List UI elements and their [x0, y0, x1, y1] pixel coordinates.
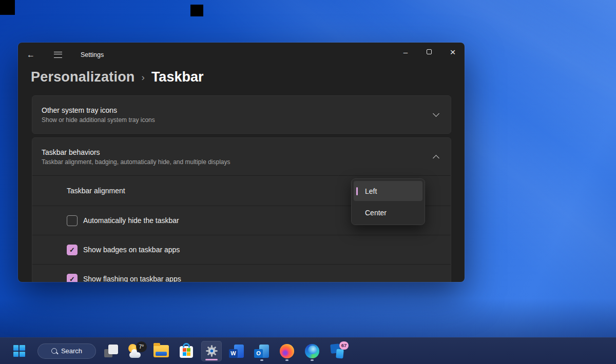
close-button[interactable]: ×	[441, 43, 465, 61]
breadcrumb-separator: ›	[142, 72, 145, 83]
active-app-indicator	[205, 359, 218, 360]
maximize-icon	[427, 49, 432, 54]
navigation-menu-icon[interactable]	[54, 52, 62, 58]
titlebar: ← Settings – ×	[18, 43, 465, 67]
minimize-icon: –	[403, 48, 408, 56]
edge-icon	[305, 344, 319, 358]
running-app-indicator	[285, 359, 288, 361]
cloud-icon	[129, 352, 141, 358]
show-badges-label: Show badges on taskbar apps	[83, 246, 180, 254]
maximize-button[interactable]	[417, 43, 441, 61]
window-title: Settings	[81, 51, 104, 58]
running-app-indicator	[260, 359, 263, 361]
firefox-button[interactable]	[277, 341, 297, 361]
file-explorer-button[interactable]	[151, 341, 171, 361]
check-icon: ✓	[69, 275, 75, 282]
show-flashing-checkbox[interactable]: ✓	[67, 274, 78, 282]
notification-count-badge: 67	[339, 341, 349, 350]
taskbar-search[interactable]: Search	[37, 343, 96, 359]
show-flashing-row: ✓ Show flashing on taskbar apps	[32, 264, 451, 282]
edge-button[interactable]	[302, 341, 322, 361]
breadcrumb-personalization[interactable]: Personalization	[31, 69, 135, 85]
behaviors-card-subtitle: Taskbar alignment, badging, automaticall…	[42, 158, 230, 166]
settings-gear-icon	[205, 344, 219, 358]
alignment-dropdown-flyout: Left Center	[351, 178, 425, 225]
start-button[interactable]	[9, 341, 29, 361]
search-icon	[51, 348, 57, 354]
desktop-wallpaper: ← Settings – × Personalization › Taskbar	[0, 0, 616, 364]
breadcrumb: Personalization › Taskbar	[18, 69, 465, 87]
auto-hide-label: Automatically hide the taskbar	[83, 216, 179, 225]
outlook-icon: O	[254, 344, 270, 358]
weather-widget-button[interactable]: 7°	[126, 341, 146, 361]
word-icon: W	[229, 344, 244, 358]
folder-icon	[153, 345, 169, 357]
task-view-icon	[104, 345, 118, 357]
selected-indicator-pill	[356, 187, 358, 195]
microsoft-store-button[interactable]	[176, 341, 197, 361]
settings-app-button[interactable]	[201, 341, 222, 361]
redaction-box	[0, 0, 15, 15]
tray-card-title: Other system tray icons	[42, 106, 155, 114]
show-flashing-label: Show flashing on taskbar apps	[83, 275, 181, 282]
chevron-down-icon	[433, 110, 439, 117]
word-button[interactable]: W	[226, 341, 247, 361]
check-icon: ✓	[69, 246, 75, 254]
dropdown-option-left-label: Left	[365, 187, 377, 195]
close-icon: ×	[450, 47, 455, 57]
store-icon	[180, 346, 193, 358]
minimize-button[interactable]: –	[394, 43, 417, 61]
dropdown-option-center-label: Center	[365, 209, 387, 217]
chevron-up-icon	[433, 155, 439, 161]
page-title: Taskbar	[151, 69, 204, 85]
firefox-icon	[280, 344, 294, 358]
phone-link-button[interactable]: 67	[327, 341, 348, 361]
taskbar-behaviors-header[interactable]: Taskbar behaviors Taskbar alignment, bad…	[32, 138, 451, 175]
running-app-indicator	[311, 359, 314, 361]
weather-icon: 7°	[127, 343, 145, 359]
tray-card-subtitle: Show or hide additional system tray icon…	[42, 116, 155, 124]
phone-link-icon: 67	[329, 343, 345, 359]
temperature-badge: 7°	[136, 341, 147, 352]
tray-icons-card[interactable]: Other system tray icons Show or hide add…	[32, 95, 451, 134]
dropdown-option-left[interactable]: Left	[354, 181, 422, 201]
behaviors-card-title: Taskbar behaviors	[42, 148, 230, 156]
taskbar: Search 7°	[0, 337, 616, 364]
show-badges-row: ✓ Show badges on taskbar apps	[32, 235, 451, 264]
search-label: Search	[61, 347, 82, 355]
dropdown-option-center[interactable]: Center	[354, 203, 422, 223]
settings-window: ← Settings – × Personalization › Taskbar	[18, 43, 465, 282]
taskbar-alignment-label: Taskbar alignment	[67, 187, 125, 195]
windows-logo-icon	[13, 345, 25, 357]
window-controls: – ×	[394, 43, 465, 61]
outlook-button[interactable]: O	[252, 341, 272, 361]
redaction-box	[190, 5, 203, 16]
show-badges-checkbox[interactable]: ✓	[67, 245, 78, 255]
auto-hide-checkbox[interactable]	[67, 215, 78, 226]
back-button[interactable]: ←	[22, 47, 40, 63]
task-view-button[interactable]	[101, 341, 121, 361]
back-arrow-icon: ←	[27, 51, 35, 59]
